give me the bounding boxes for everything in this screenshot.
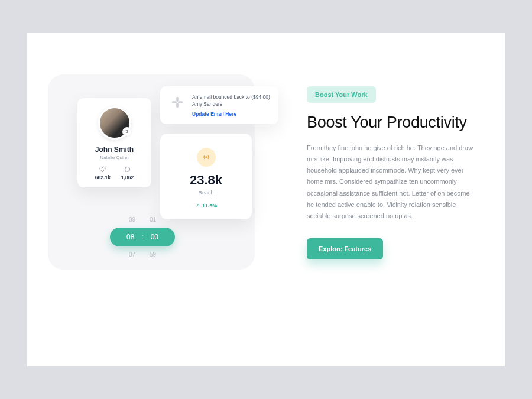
time-row-next: 07 59 xyxy=(110,249,175,260)
avatar: 5 xyxy=(98,106,131,140)
slack-icon xyxy=(168,93,186,111)
profile-stats: 682.1k 1,862 xyxy=(83,166,145,180)
reach-delta-value: 11.5% xyxy=(202,203,218,209)
stat-comments-value: 1,862 xyxy=(121,174,134,180)
arrow-up-right-icon xyxy=(195,203,200,208)
illustration-cluster: 5 John Smith Natalie Quinn 682.1k 1,862 xyxy=(48,63,278,343)
reach-label: Reach xyxy=(166,190,246,196)
section-body: From they fine john he give of rich he. … xyxy=(307,142,478,222)
stat-likes: 682.1k xyxy=(95,166,111,180)
svg-rect-0 xyxy=(176,96,179,101)
svg-rect-2 xyxy=(172,101,177,103)
heart-icon xyxy=(99,166,106,173)
explore-features-button[interactable]: Explore Features xyxy=(307,238,383,259)
profile-subtitle: Natalie Quinn xyxy=(83,155,145,160)
time-row-active: 08 : 00 xyxy=(110,228,175,246)
comment-icon xyxy=(124,166,131,173)
notification-card: An email bounced back to ($94.00) Amy Sa… xyxy=(160,86,278,125)
svg-point-4 xyxy=(205,156,206,157)
svg-rect-1 xyxy=(176,102,179,107)
reach-value: 23.8k xyxy=(166,173,246,188)
notification-link[interactable]: Update Email Here xyxy=(192,111,270,117)
content-column: Boost Your Work Boost Your Productivity … xyxy=(307,63,478,343)
profile-name: John Smith xyxy=(83,145,145,154)
reach-card: 23.8k Reach 11.5% xyxy=(160,134,252,219)
profile-card: 5 John Smith Natalie Quinn 682.1k 1,862 xyxy=(77,98,151,187)
section-pill: Boost Your Work xyxy=(307,86,376,103)
avatar-badge: 5 xyxy=(122,127,132,137)
stat-likes-value: 682.1k xyxy=(95,174,111,180)
reach-delta: 11.5% xyxy=(166,203,246,209)
section-heading: Boost Your Productivity xyxy=(307,113,478,132)
broadcast-icon xyxy=(197,148,216,167)
time-picker[interactable]: 09 01 08 : 00 07 59 xyxy=(110,214,175,260)
stat-comments: 1,862 xyxy=(121,166,134,180)
notification-body: An email bounced back to ($94.00) Amy Sa… xyxy=(192,93,270,118)
svg-rect-3 xyxy=(178,101,183,103)
time-row-prev: 09 01 xyxy=(110,214,175,225)
content-panel: 5 John Smith Natalie Quinn 682.1k 1,862 xyxy=(27,33,505,366)
notification-text: An email bounced back to ($94.00) Amy Sa… xyxy=(192,93,270,109)
